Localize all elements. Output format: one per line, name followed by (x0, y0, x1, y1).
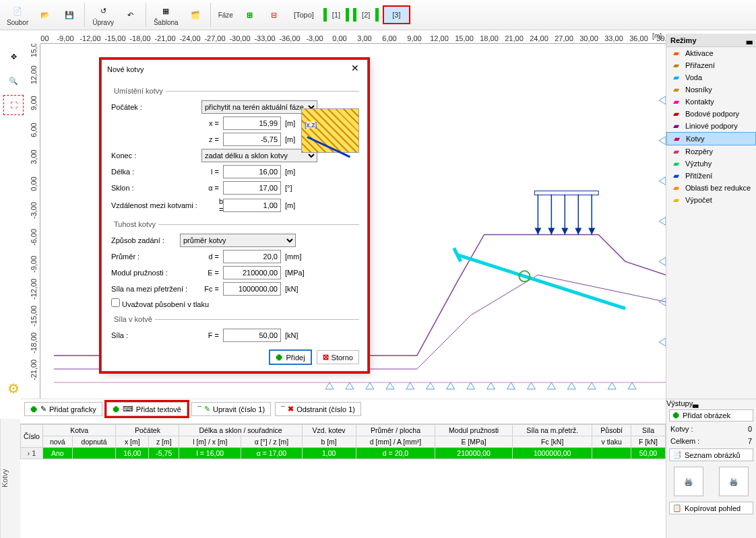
col-compression: Působí (592, 425, 631, 436)
outputs-panel: Výstupy▃ 🞦Přidat obrázek Kotvy :0 Celkem… (666, 399, 756, 538)
edit-button[interactable]: ¯✎Upravit (číslo 1) (191, 402, 271, 416)
copy-view-button[interactable]: 📋Kopírovat pohled (669, 502, 753, 514)
close-button[interactable]: ✕ (348, 63, 362, 76)
table-row[interactable]: › 1 Ano 16,00-5,75 l = 16,00α = 17,00 1,… (21, 448, 666, 459)
col-len-slope: Délka a sklon / souřadnice (179, 425, 302, 436)
col-diameter: Průměr / plocha (356, 425, 435, 436)
length-input[interactable] (223, 165, 281, 178)
undo-button[interactable]: ↶ (119, 1, 142, 28)
mode-item-nosníky[interactable]: ▰Nosníky (666, 83, 756, 96)
col-anchor: Kotva (42, 425, 116, 436)
template-menu[interactable]: ▦Šablona (150, 1, 183, 28)
add-image-button[interactable]: 🞦Přidat obrázek (669, 409, 753, 422)
svg-marker-37 (659, 338, 666, 346)
method-select[interactable]: průměr kotvy (180, 234, 296, 247)
svg-marker-27 (567, 382, 575, 389)
mode-item-přiřazení[interactable]: ▰Přiřazení (666, 59, 756, 71)
svg-marker-32 (659, 137, 666, 145)
modulus-input[interactable] (223, 266, 281, 279)
svg-marker-29 (608, 382, 616, 389)
svg-marker-33 (659, 177, 666, 185)
svg-marker-34 (659, 217, 666, 226)
mode-item-rozpěry[interactable]: ▰Rozpěry (666, 145, 756, 158)
anchors-table[interactable]: Číslo Kotva Počátek Délka a sklon / souř… (20, 424, 666, 538)
col-spacing: Vzd. kotev (302, 425, 356, 436)
new-anchor-dialog: Nové kotvy ✕ [x,z] Umístění kotvy Počáte… (101, 59, 368, 372)
minimize-icon[interactable]: ▃ (747, 36, 752, 44)
left-tool-strip: ✥ 🔍 ⛶ ⚙ (0, 44, 27, 399)
svg-marker-19 (406, 382, 414, 389)
anchor-diagram: [x,z] (301, 108, 359, 153)
phase-tab-1[interactable]: [1] (323, 8, 349, 22)
col-number: Číslo (21, 425, 43, 448)
dialog-cancel-button[interactable]: ⊠Storno (317, 350, 359, 364)
file-menu[interactable]: 📄Soubor (3, 1, 32, 28)
minimize-icon[interactable]: ▃ (693, 399, 698, 407)
mode-item-liniové-podpory[interactable]: ▰Liniové podpory (666, 120, 756, 132)
mode-item-kontakty[interactable]: ▰Kontakty (666, 96, 756, 108)
ruler-unit: [m] (652, 32, 662, 40)
compression-checkbox[interactable]: Uvažovat působení v tlaku (111, 298, 209, 308)
col-force-break: Síla na m.přetrž. (512, 425, 592, 436)
svg-marker-25 (527, 382, 535, 389)
phase-tab-3[interactable]: [3] (383, 5, 410, 24)
svg-marker-17 (366, 382, 374, 389)
svg-marker-26 (547, 382, 555, 389)
mode-item-oblasti-bez-redukce[interactable]: ▰Oblasti bez redukce (666, 182, 756, 194)
dialog-add-button[interactable]: 🞦Přidej (270, 350, 311, 364)
end-select[interactable]: zadat délku a sklon kotvy (201, 149, 317, 162)
outputs-header: Výstupy▃ (666, 399, 756, 408)
svg-marker-21 (447, 382, 455, 389)
phase-tab-topo[interactable]: [Topo] (288, 8, 319, 22)
phase-add[interactable]: ⊞ (239, 1, 261, 28)
col-force: Síla (631, 425, 665, 436)
image-list-button[interactable]: 📑Seznam obrázků (669, 448, 753, 461)
open-button[interactable]: 📂 (34, 1, 57, 28)
mode-item-bodové-podpory[interactable]: ▰Bodové podpory (666, 108, 756, 120)
mode-item-kotvy[interactable]: ▰Kotvy (666, 132, 756, 145)
force-input[interactable] (223, 329, 281, 342)
delete-button[interactable]: ¯✖Odstranit (číslo 1) (275, 402, 361, 416)
mode-item-výpočet[interactable]: ▰Výpočet (666, 194, 756, 206)
break-force-input[interactable] (223, 282, 281, 296)
top-toolbar: 📄Soubor 📂 💾 ↺Úpravy ↶ ▦Šablona 🗂️ Fáze ⊞… (0, 0, 756, 30)
mode-item-přitížení[interactable]: ▰Přitížení (666, 170, 756, 182)
zoom-tool[interactable]: 🔍 (3, 71, 24, 91)
diameter-input[interactable] (223, 250, 281, 263)
edits-menu[interactable]: ↺Úpravy (88, 1, 118, 28)
print-button-1[interactable]: 🖨️ (674, 467, 703, 496)
mode-item-aktivace[interactable]: ▰Aktivace (666, 47, 756, 59)
svg-marker-24 (507, 382, 515, 389)
modes-sidebar: Režimy▃ ▰Aktivace▰Přiřazení▰Voda▰Nosníky… (666, 34, 756, 399)
add-graphically-button[interactable]: 🞦✎Přidat graficky (24, 402, 102, 416)
template-icon[interactable]: 🗂️ (184, 1, 207, 28)
slope-input[interactable] (223, 181, 281, 195)
svg-marker-23 (487, 382, 495, 389)
action-bar: 🞦✎Přidat graficky 🞦⌨Přidat textově ¯✎Upr… (20, 399, 666, 419)
fit-tool[interactable]: ⛶ (3, 95, 24, 115)
phase-remove[interactable]: ⊟ (263, 1, 286, 28)
phase-menu[interactable]: Fáze (214, 1, 237, 28)
svg-marker-7 (548, 228, 555, 234)
modes-header: Režimy▃ (666, 34, 756, 47)
svg-marker-16 (346, 382, 354, 389)
start-select[interactable]: přichytit na terén aktuální fáze (201, 100, 317, 114)
phase-tab-2[interactable]: [2] (353, 8, 379, 22)
print-button-2[interactable]: 🖨️ (719, 467, 749, 496)
settings-button[interactable]: ⚙ (3, 378, 24, 399)
z-input[interactable] (223, 133, 281, 146)
save-button[interactable]: 💾 (58, 1, 81, 28)
dialog-title-bar[interactable]: Nové kotvy ✕ (102, 60, 367, 79)
svg-marker-20 (427, 382, 435, 389)
ruler-horizontal: -6,00-9,00-12,00-15,00-18,00-21,00-24,00… (40, 30, 666, 44)
spacing-input[interactable] (223, 199, 281, 212)
pan-tool[interactable]: ✥ (3, 46, 24, 67)
svg-rect-5 (534, 191, 598, 195)
x-input[interactable] (223, 116, 281, 130)
svg-marker-6 (534, 228, 541, 234)
add-text-button[interactable]: 🞦⌨Přidat textově (106, 402, 187, 416)
mode-item-výztuhy[interactable]: ▰Výztuhy (666, 158, 756, 170)
mode-item-voda[interactable]: ▰Voda (666, 71, 756, 83)
svg-marker-22 (467, 382, 475, 389)
svg-marker-10 (588, 228, 595, 234)
